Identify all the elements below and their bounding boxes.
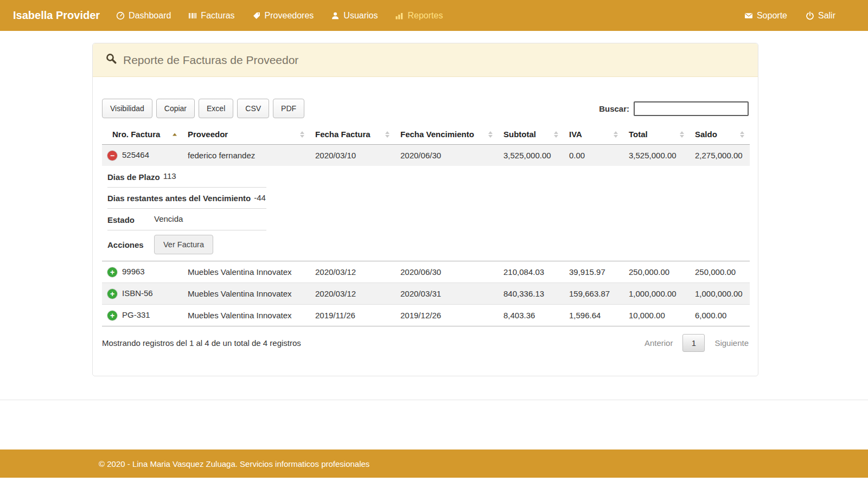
brand[interactable]: Isabella Provider [13,9,100,22]
nav-usuarios[interactable]: Usuarios [331,11,378,21]
detail-label: Acciones [107,240,151,249]
copy-button[interactable]: Copiar [156,99,195,118]
cell-fecha-vencimiento: 2020/03/31 [395,282,498,304]
page-divider [0,400,868,400]
cell-nro: −525464 [102,145,182,166]
nav-label: Facturas [201,11,234,21]
nav-label: Usuarios [343,11,378,21]
sort-icon [300,131,304,138]
cell-saldo: 1,000,000.00 [690,282,750,304]
cell-fecha-factura: 2020/03/12 [310,261,395,282]
cell-nro: +ISBN-56 [102,282,182,304]
expand-row-icon[interactable]: + [107,289,117,299]
col-label: Proveedor [188,130,228,139]
envelope-icon [744,11,753,20]
detail-dias-de-plazo: Dias de Plazo113 [107,166,266,188]
sort-icon [740,131,744,138]
bar-chart-icon [395,11,404,20]
nav-label: Proveedores [265,11,314,21]
col-header-iva[interactable]: IVA [564,125,623,145]
expand-row-icon[interactable]: + [107,267,117,277]
nav-reportes[interactable]: Reportes [395,11,443,21]
site-footer: © 2020 - Lina Maria Vasquez Zuluaga. Ser… [0,450,868,478]
nav-label: Reportes [407,11,443,21]
cell-total: 250,000.00 [623,261,690,282]
detail-estado: EstadoVencida [107,209,266,230]
cell-fecha-vencimiento: 2020/06/30 [395,145,498,166]
sort-icon [488,131,493,138]
detail-value: Vencida [154,214,183,223]
card-header: Reporte de Facturas de Proveedor [93,43,758,77]
cell-saldo: 6,000.00 [690,304,750,326]
row-details: Dias de Plazo113 Dias restantes antes de… [102,166,750,261]
excel-button[interactable]: Excel [199,99,233,118]
toolbar: Visibilidad Copiar Excel CSV PDF Buscar: [102,99,749,118]
invoices-table: Nro. Factura Proveedor Fecha Factura Fec… [102,125,750,326]
search-icon [106,53,117,67]
nav-facturas[interactable]: Facturas [188,11,234,21]
cell-saldo: 250,000.00 [690,261,750,282]
nav-dashboard[interactable]: Dashboard [116,11,171,21]
table-row[interactable]: +ISBN-56 Muebles Valentina Innovatex 202… [102,282,750,304]
ver-factura-button[interactable]: Ver Factura [154,235,213,254]
col-header-fecha-vencimiento[interactable]: Fecha Vencimiento [395,125,498,145]
col-header-fecha-factura[interactable]: Fecha Factura [310,125,395,145]
visibility-button[interactable]: Visibilidad [102,99,152,118]
pdf-button[interactable]: PDF [273,99,304,118]
col-header-proveedor[interactable]: Proveedor [182,125,310,145]
col-label: Total [629,130,648,139]
footer-text: © 2020 - Lina Maria Vasquez Zuluaga. Ser… [99,459,369,468]
nav-salir[interactable]: Salir [806,11,835,21]
pagination-page-1[interactable]: 1 [682,334,705,352]
csv-button[interactable]: CSV [237,99,269,118]
user-icon [331,11,340,20]
col-label: Subtotal [503,130,536,139]
cell-iva: 159,663.87 [564,282,623,304]
report-card: Reporte de Facturas de Proveedor Visibil… [92,43,758,376]
nav-list: Dashboard Facturas Proveedores Usuarios … [116,11,443,21]
detail-value: 113 [163,171,176,181]
nav-soporte[interactable]: Soporte [744,11,787,21]
col-header-total[interactable]: Total [623,125,690,145]
detail-dias-restantes: Dias restantes antes del Vencimiento-44 [107,188,266,209]
col-header-subtotal[interactable]: Subtotal [498,125,564,145]
cell-value: 99963 [122,267,145,276]
cell-fecha-factura: 2020/03/10 [310,145,395,166]
expand-row-icon[interactable]: + [107,311,117,320]
nav-label: Dashboard [129,11,171,21]
cell-proveedor: federico fernandez [182,145,310,166]
search-input[interactable] [634,101,749,116]
detail-label: Dias de Plazo [107,172,160,182]
search-area: Buscar: [599,101,749,116]
cell-iva: 1,596.64 [564,304,623,326]
table-row[interactable]: +99963 Muebles Valentina Innovatex 2020/… [102,261,750,282]
sort-icon [554,131,558,138]
sort-icon [385,131,390,138]
sort-icon [680,131,684,138]
col-label: Fecha Factura [315,130,371,139]
collapse-row-icon[interactable]: − [107,151,117,160]
search-label: Buscar: [599,104,629,113]
col-header-saldo[interactable]: Saldo [690,125,750,145]
page-title: Reporte de Facturas de Proveedor [123,54,298,67]
table-row[interactable]: −525464 federico fernandez 2020/03/10 20… [102,145,750,166]
cell-iva: 39,915.97 [564,261,623,282]
table-row[interactable]: +PG-331 Muebles Valentina Innovatex 2019… [102,304,750,326]
table-footer: Mostrando registros del 1 al 4 de un tot… [102,334,749,352]
detail-label: Dias restantes antes del Vencimiento [107,194,251,203]
pagination-next[interactable]: Siguiente [714,338,749,348]
col-label: Saldo [695,130,717,139]
pagination-previous[interactable]: Anterior [644,338,673,348]
power-icon [806,11,814,20]
export-buttons: Visibilidad Copiar Excel CSV PDF [102,99,304,118]
detail-value: -44 [254,193,266,202]
cell-proveedor: Muebles Valentina Innovatex [182,282,310,304]
nav-proveedores[interactable]: Proveedores [252,11,314,21]
row-details-cell: Dias de Plazo113 Dias restantes antes de… [102,166,750,261]
col-label: Fecha Vencimiento [400,130,474,139]
cell-total: 10,000.00 [623,304,690,326]
cell-fecha-factura: 2020/03/12 [310,282,395,304]
detail-acciones: AccionesVer Factura [107,230,266,256]
col-header-nro-factura[interactable]: Nro. Factura [102,125,182,145]
nav-label: Salir [818,11,835,21]
